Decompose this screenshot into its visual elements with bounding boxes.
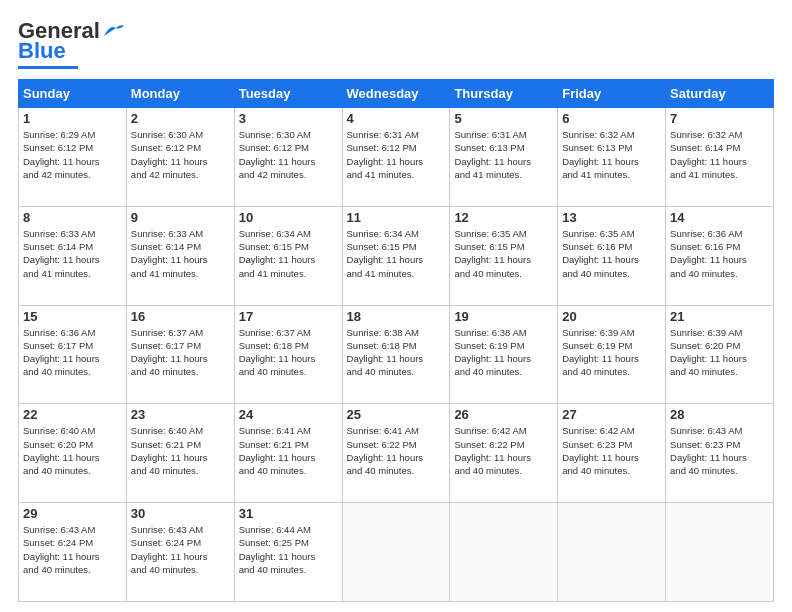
day-detail: Sunrise: 6:43 AMSunset: 6:24 PMDaylight:… bbox=[23, 523, 122, 576]
day-number: 9 bbox=[131, 210, 230, 225]
col-header-saturday: Saturday bbox=[666, 80, 774, 108]
day-detail: Sunrise: 6:40 AMSunset: 6:20 PMDaylight:… bbox=[23, 424, 122, 477]
day-cell: 6 Sunrise: 6:32 AMSunset: 6:13 PMDayligh… bbox=[558, 108, 666, 207]
day-detail: Sunrise: 6:39 AMSunset: 6:20 PMDaylight:… bbox=[670, 326, 769, 379]
day-cell: 21 Sunrise: 6:39 AMSunset: 6:20 PMDaylig… bbox=[666, 305, 774, 404]
week-row-3: 15 Sunrise: 6:36 AMSunset: 6:17 PMDaylig… bbox=[19, 305, 774, 404]
day-cell: 30 Sunrise: 6:43 AMSunset: 6:24 PMDaylig… bbox=[126, 503, 234, 602]
week-row-1: 1 Sunrise: 6:29 AMSunset: 6:12 PMDayligh… bbox=[19, 108, 774, 207]
col-header-friday: Friday bbox=[558, 80, 666, 108]
day-cell: 26 Sunrise: 6:42 AMSunset: 6:22 PMDaylig… bbox=[450, 404, 558, 503]
col-header-thursday: Thursday bbox=[450, 80, 558, 108]
day-number: 20 bbox=[562, 309, 661, 324]
day-number: 2 bbox=[131, 111, 230, 126]
day-cell bbox=[666, 503, 774, 602]
day-cell: 20 Sunrise: 6:39 AMSunset: 6:19 PMDaylig… bbox=[558, 305, 666, 404]
day-number: 3 bbox=[239, 111, 338, 126]
day-detail: Sunrise: 6:44 AMSunset: 6:25 PMDaylight:… bbox=[239, 523, 338, 576]
day-number: 23 bbox=[131, 407, 230, 422]
day-number: 28 bbox=[670, 407, 769, 422]
day-detail: Sunrise: 6:37 AMSunset: 6:17 PMDaylight:… bbox=[131, 326, 230, 379]
day-detail: Sunrise: 6:43 AMSunset: 6:23 PMDaylight:… bbox=[670, 424, 769, 477]
day-cell: 10 Sunrise: 6:34 AMSunset: 6:15 PMDaylig… bbox=[234, 206, 342, 305]
day-detail: Sunrise: 6:34 AMSunset: 6:15 PMDaylight:… bbox=[347, 227, 446, 280]
day-detail: Sunrise: 6:35 AMSunset: 6:15 PMDaylight:… bbox=[454, 227, 553, 280]
day-detail: Sunrise: 6:34 AMSunset: 6:15 PMDaylight:… bbox=[239, 227, 338, 280]
day-cell: 12 Sunrise: 6:35 AMSunset: 6:15 PMDaylig… bbox=[450, 206, 558, 305]
day-cell: 3 Sunrise: 6:30 AMSunset: 6:12 PMDayligh… bbox=[234, 108, 342, 207]
calendar-table: SundayMondayTuesdayWednesdayThursdayFrid… bbox=[18, 79, 774, 602]
day-detail: Sunrise: 6:42 AMSunset: 6:22 PMDaylight:… bbox=[454, 424, 553, 477]
day-number: 5 bbox=[454, 111, 553, 126]
day-cell: 7 Sunrise: 6:32 AMSunset: 6:14 PMDayligh… bbox=[666, 108, 774, 207]
day-cell: 24 Sunrise: 6:41 AMSunset: 6:21 PMDaylig… bbox=[234, 404, 342, 503]
day-cell: 22 Sunrise: 6:40 AMSunset: 6:20 PMDaylig… bbox=[19, 404, 127, 503]
day-cell: 2 Sunrise: 6:30 AMSunset: 6:12 PMDayligh… bbox=[126, 108, 234, 207]
day-detail: Sunrise: 6:43 AMSunset: 6:24 PMDaylight:… bbox=[131, 523, 230, 576]
day-cell: 5 Sunrise: 6:31 AMSunset: 6:13 PMDayligh… bbox=[450, 108, 558, 207]
day-detail: Sunrise: 6:36 AMSunset: 6:17 PMDaylight:… bbox=[23, 326, 122, 379]
day-cell: 28 Sunrise: 6:43 AMSunset: 6:23 PMDaylig… bbox=[666, 404, 774, 503]
day-number: 1 bbox=[23, 111, 122, 126]
day-number: 18 bbox=[347, 309, 446, 324]
day-detail: Sunrise: 6:32 AMSunset: 6:14 PMDaylight:… bbox=[670, 128, 769, 181]
day-cell: 19 Sunrise: 6:38 AMSunset: 6:19 PMDaylig… bbox=[450, 305, 558, 404]
day-cell: 18 Sunrise: 6:38 AMSunset: 6:18 PMDaylig… bbox=[342, 305, 450, 404]
week-row-5: 29 Sunrise: 6:43 AMSunset: 6:24 PMDaylig… bbox=[19, 503, 774, 602]
week-row-4: 22 Sunrise: 6:40 AMSunset: 6:20 PMDaylig… bbox=[19, 404, 774, 503]
col-header-monday: Monday bbox=[126, 80, 234, 108]
day-detail: Sunrise: 6:32 AMSunset: 6:13 PMDaylight:… bbox=[562, 128, 661, 181]
day-detail: Sunrise: 6:41 AMSunset: 6:22 PMDaylight:… bbox=[347, 424, 446, 477]
page: General Blue SundayMondayTuesdayWednesda… bbox=[0, 0, 792, 612]
day-number: 6 bbox=[562, 111, 661, 126]
day-number: 21 bbox=[670, 309, 769, 324]
day-detail: Sunrise: 6:37 AMSunset: 6:18 PMDaylight:… bbox=[239, 326, 338, 379]
logo: General Blue bbox=[18, 18, 124, 69]
day-number: 16 bbox=[131, 309, 230, 324]
day-cell: 15 Sunrise: 6:36 AMSunset: 6:17 PMDaylig… bbox=[19, 305, 127, 404]
day-cell: 16 Sunrise: 6:37 AMSunset: 6:17 PMDaylig… bbox=[126, 305, 234, 404]
day-detail: Sunrise: 6:33 AMSunset: 6:14 PMDaylight:… bbox=[131, 227, 230, 280]
day-number: 11 bbox=[347, 210, 446, 225]
day-cell: 17 Sunrise: 6:37 AMSunset: 6:18 PMDaylig… bbox=[234, 305, 342, 404]
day-number: 22 bbox=[23, 407, 122, 422]
day-cell: 4 Sunrise: 6:31 AMSunset: 6:12 PMDayligh… bbox=[342, 108, 450, 207]
day-detail: Sunrise: 6:38 AMSunset: 6:19 PMDaylight:… bbox=[454, 326, 553, 379]
day-cell bbox=[342, 503, 450, 602]
day-cell: 8 Sunrise: 6:33 AMSunset: 6:14 PMDayligh… bbox=[19, 206, 127, 305]
day-cell bbox=[450, 503, 558, 602]
day-number: 30 bbox=[131, 506, 230, 521]
day-number: 4 bbox=[347, 111, 446, 126]
day-detail: Sunrise: 6:31 AMSunset: 6:12 PMDaylight:… bbox=[347, 128, 446, 181]
day-number: 7 bbox=[670, 111, 769, 126]
days-of-week-row: SundayMondayTuesdayWednesdayThursdayFrid… bbox=[19, 80, 774, 108]
day-detail: Sunrise: 6:33 AMSunset: 6:14 PMDaylight:… bbox=[23, 227, 122, 280]
col-header-sunday: Sunday bbox=[19, 80, 127, 108]
logo-bird-icon bbox=[102, 22, 124, 40]
logo-underline bbox=[18, 66, 78, 69]
week-row-2: 8 Sunrise: 6:33 AMSunset: 6:14 PMDayligh… bbox=[19, 206, 774, 305]
day-number: 27 bbox=[562, 407, 661, 422]
day-cell: 1 Sunrise: 6:29 AMSunset: 6:12 PMDayligh… bbox=[19, 108, 127, 207]
day-number: 8 bbox=[23, 210, 122, 225]
day-number: 26 bbox=[454, 407, 553, 422]
day-cell: 14 Sunrise: 6:36 AMSunset: 6:16 PMDaylig… bbox=[666, 206, 774, 305]
day-detail: Sunrise: 6:30 AMSunset: 6:12 PMDaylight:… bbox=[131, 128, 230, 181]
day-number: 19 bbox=[454, 309, 553, 324]
logo-blue: Blue bbox=[18, 38, 66, 64]
day-detail: Sunrise: 6:39 AMSunset: 6:19 PMDaylight:… bbox=[562, 326, 661, 379]
day-detail: Sunrise: 6:40 AMSunset: 6:21 PMDaylight:… bbox=[131, 424, 230, 477]
day-number: 15 bbox=[23, 309, 122, 324]
col-header-wednesday: Wednesday bbox=[342, 80, 450, 108]
day-number: 31 bbox=[239, 506, 338, 521]
day-cell: 9 Sunrise: 6:33 AMSunset: 6:14 PMDayligh… bbox=[126, 206, 234, 305]
day-number: 17 bbox=[239, 309, 338, 324]
day-cell bbox=[558, 503, 666, 602]
day-cell: 11 Sunrise: 6:34 AMSunset: 6:15 PMDaylig… bbox=[342, 206, 450, 305]
calendar-body: 1 Sunrise: 6:29 AMSunset: 6:12 PMDayligh… bbox=[19, 108, 774, 602]
day-number: 13 bbox=[562, 210, 661, 225]
day-cell: 29 Sunrise: 6:43 AMSunset: 6:24 PMDaylig… bbox=[19, 503, 127, 602]
day-detail: Sunrise: 6:38 AMSunset: 6:18 PMDaylight:… bbox=[347, 326, 446, 379]
col-header-tuesday: Tuesday bbox=[234, 80, 342, 108]
day-detail: Sunrise: 6:41 AMSunset: 6:21 PMDaylight:… bbox=[239, 424, 338, 477]
